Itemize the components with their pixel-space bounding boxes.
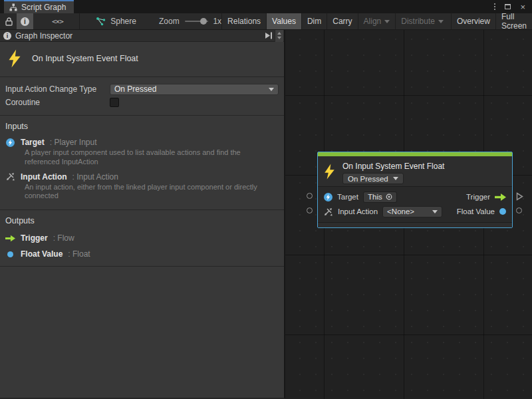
values-button[interactable]: Values — [266, 13, 301, 29]
zoom-label: Zoom — [159, 13, 180, 29]
window-controls: × — [494, 0, 532, 13]
panel-scrollbar[interactable] — [275, 30, 283, 42]
target-port-label: Target — [337, 193, 358, 201]
toolbar-toggle-group: Relations Values Dim Carry Align Distrib… — [221, 13, 532, 29]
unity-graph-window: Script Graph × i <×> — [0, 0, 532, 399]
node-footer — [318, 222, 512, 227]
chevron-down-icon — [393, 177, 398, 180]
flow-arrow-icon — [5, 235, 15, 242]
inspected-node-title: On Input System Event Float — [32, 54, 138, 63]
dim-button[interactable]: Dim — [301, 13, 327, 29]
input-doc-input-action: Input Action : Input Action An input act… — [0, 170, 284, 205]
lightning-bolt-icon — [8, 49, 21, 68]
port-description: A player input component used to list av… — [25, 148, 276, 167]
output-doc-float-value: Float Value : Float — [0, 246, 284, 262]
coroutine-checkbox[interactable] — [110, 98, 119, 107]
mode-dropdown[interactable]: On Pressed — [342, 173, 404, 184]
node-title-block: On Input System Event Float — [0, 42, 284, 76]
port-type: : Player Input — [50, 138, 97, 147]
port-type: : Float — [68, 249, 90, 259]
float-value-icon — [7, 251, 13, 257]
lock-icon — [5, 17, 13, 26]
scroll-up-icon[interactable] — [277, 32, 281, 35]
coroutine-label: Coroutine — [5, 98, 110, 107]
target-object-field[interactable]: This — [363, 192, 397, 203]
player-input-icon — [6, 138, 15, 147]
scroll-down-icon[interactable] — [277, 37, 281, 39]
float-value-output-port[interactable] — [516, 207, 522, 213]
on-input-system-event-float-node[interactable]: On Input System Event Float On Pressed T… — [317, 152, 513, 228]
zoom-slider[interactable] — [185, 13, 209, 29]
output-doc-trigger: Trigger : Flow — [0, 230, 284, 246]
node-header[interactable]: On Input System Event Float On Pressed — [318, 156, 512, 186]
node-title: On Input System Event Float — [342, 162, 444, 171]
carry-button[interactable]: Carry — [327, 13, 357, 29]
zoom-value: 1x — [213, 13, 221, 29]
trigger-port-label: Trigger — [466, 193, 490, 201]
input-action-port-row: Input Action <None> Float Value — [324, 204, 506, 219]
input-action-icon — [6, 172, 15, 181]
change-type-dropdown[interactable]: On Pressed — [110, 84, 279, 95]
node-body: Target This Trigger — [318, 186, 512, 222]
titlebar: Script Graph × — [0, 0, 532, 13]
tab-script-graph[interactable]: Script Graph — [4, 0, 74, 13]
float-value-icon — [499, 208, 506, 215]
tab-title: Script Graph — [21, 3, 66, 12]
align-button[interactable]: Align — [358, 13, 396, 29]
full-screen-button[interactable]: Full Screen — [495, 13, 532, 29]
distribute-button[interactable]: Distribute — [395, 13, 449, 29]
coroutine-row: Coroutine — [0, 96, 284, 109]
input-action-input-port[interactable] — [307, 207, 313, 213]
input-action-dropdown[interactable]: <None> — [382, 206, 442, 217]
lock-button[interactable] — [0, 13, 17, 29]
target-input-port[interactable] — [307, 193, 313, 199]
node-settings-form: Input Action Change Type On Pressed Coro… — [0, 77, 284, 115]
zoom-slider-handle[interactable] — [200, 18, 207, 25]
more-menu-icon[interactable] — [494, 3, 495, 10]
target-port-row: Target This Trigger — [324, 190, 506, 204]
graph-canvas[interactable]: On Input System Event Float On Pressed T… — [285, 30, 532, 399]
outputs-heading: Outputs — [0, 210, 284, 230]
flow-arrow-icon — [495, 194, 506, 201]
info-icon: i — [21, 17, 29, 26]
panel-title: Graph Inspector — [15, 31, 261, 41]
input-action-port-label: Input Action — [338, 207, 378, 215]
chevron-down-icon — [269, 88, 274, 91]
lightning-bolt-icon — [324, 164, 335, 180]
code-icon: <×> — [52, 17, 63, 26]
port-name: Input Action — [21, 172, 67, 182]
float-value-port-label: Float Value — [457, 207, 495, 215]
info-icon: i — [3, 32, 11, 40]
player-input-icon — [324, 193, 332, 201]
change-type-label: Input Action Change Type — [5, 84, 110, 94]
inspector-empty-area — [0, 267, 284, 398]
inspector-toggle-button[interactable]: i — [17, 13, 33, 29]
graph-toolbar: i <×> Sphere Zoom 1x Relations Values Di… — [0, 13, 532, 30]
input-doc-target: Target : Player Input A player input com… — [0, 136, 284, 170]
change-type-row: Input Action Change Type On Pressed — [0, 82, 284, 96]
port-name: Float Value — [21, 249, 63, 259]
graph-inspector-panel: i Graph Inspector On Input — [0, 30, 285, 399]
port-type: : Flow — [53, 233, 74, 243]
close-icon[interactable]: × — [520, 3, 525, 11]
graph-node-icon — [96, 17, 106, 26]
port-name: Target — [21, 138, 45, 147]
graph-inspector-header: i Graph Inspector — [0, 30, 284, 42]
object-picker-icon[interactable] — [386, 194, 392, 200]
chevron-down-icon — [438, 20, 444, 23]
dock-panel-icon[interactable] — [265, 32, 273, 39]
port-description: An input action, either from the linked … — [25, 183, 276, 201]
overview-button[interactable]: Overview — [451, 13, 495, 29]
code-view-button[interactable]: <×> — [48, 13, 67, 29]
script-graph-icon — [9, 3, 17, 11]
maximize-icon[interactable] — [505, 4, 511, 9]
port-type: : Input Action — [72, 172, 118, 182]
object-name-label: Sphere — [110, 17, 136, 26]
port-name: Trigger — [21, 233, 48, 243]
relations-button[interactable]: Relations — [221, 13, 266, 29]
trigger-output-port[interactable] — [516, 192, 523, 201]
chevron-down-icon — [384, 20, 390, 23]
inputs-heading: Inputs — [0, 116, 284, 136]
zoom-to-object-button[interactable]: Sphere — [91, 13, 142, 29]
chevron-down-icon — [432, 210, 438, 213]
